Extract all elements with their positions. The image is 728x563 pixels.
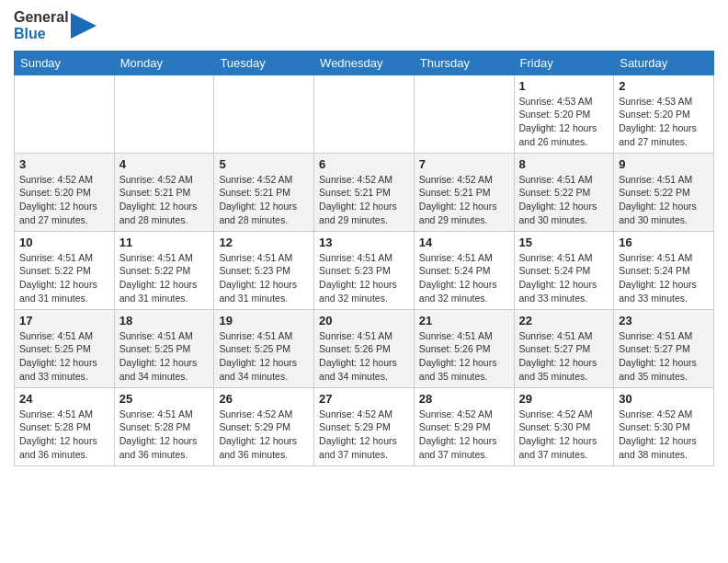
- day-info: Sunrise: 4:52 AMSunset: 5:30 PMDaylight:…: [619, 408, 709, 462]
- day-info: Sunrise: 4:52 AMSunset: 5:29 PMDaylight:…: [419, 408, 509, 462]
- day-number: 22: [519, 314, 609, 327]
- calendar-cell: [114, 75, 214, 153]
- day-number: 24: [19, 392, 109, 406]
- day-number: 26: [219, 392, 309, 406]
- day-number: 1: [519, 79, 609, 93]
- day-info: Sunrise: 4:51 AMSunset: 5:24 PMDaylight:…: [419, 251, 509, 305]
- day-info: Sunrise: 4:51 AMSunset: 5:22 PMDaylight:…: [519, 173, 609, 227]
- calendar-cell: 29Sunrise: 4:52 AMSunset: 5:30 PMDayligh…: [514, 387, 614, 465]
- day-info: Sunrise: 4:51 AMSunset: 5:27 PMDaylight:…: [519, 329, 609, 384]
- week-row-4: 24Sunrise: 4:51 AMSunset: 5:28 PMDayligh…: [15, 387, 714, 465]
- day-info: Sunrise: 4:52 AMSunset: 5:29 PMDaylight:…: [319, 408, 409, 462]
- logo-blue: Blue: [14, 26, 69, 42]
- day-number: 7: [419, 157, 509, 171]
- calendar-cell: 18Sunrise: 4:51 AMSunset: 5:25 PMDayligh…: [114, 309, 214, 387]
- logo-general: General: [14, 9, 69, 26]
- day-number: 14: [419, 236, 509, 249]
- day-number: 12: [219, 236, 309, 249]
- svg-marker-0: [71, 13, 97, 39]
- logo-triangle-icon: [71, 9, 97, 42]
- day-info: Sunrise: 4:51 AMSunset: 5:23 PMDaylight:…: [319, 251, 409, 305]
- day-number: 17: [19, 314, 109, 327]
- calendar-cell: 19Sunrise: 4:51 AMSunset: 5:25 PMDayligh…: [214, 309, 314, 387]
- calendar-cell: 17Sunrise: 4:51 AMSunset: 5:25 PMDayligh…: [15, 309, 115, 387]
- calendar-cell: 22Sunrise: 4:51 AMSunset: 5:27 PMDayligh…: [514, 309, 614, 387]
- day-info: Sunrise: 4:52 AMSunset: 5:21 PMDaylight:…: [219, 173, 309, 227]
- day-number: 16: [619, 236, 709, 249]
- calendar-cell: 8Sunrise: 4:51 AMSunset: 5:22 PMDaylight…: [514, 153, 614, 231]
- day-info: Sunrise: 4:51 AMSunset: 5:22 PMDaylight:…: [119, 251, 210, 305]
- day-info: Sunrise: 4:53 AMSunset: 5:20 PMDaylight:…: [519, 95, 609, 149]
- calendar-cell: [414, 75, 514, 153]
- day-number: 9: [619, 157, 709, 171]
- day-number: 8: [519, 157, 609, 171]
- day-number: 15: [519, 236, 609, 249]
- calendar-cell: 9Sunrise: 4:51 AMSunset: 5:22 PMDaylight…: [614, 153, 714, 231]
- day-number: 3: [19, 157, 109, 171]
- day-number: 19: [219, 314, 309, 327]
- day-info: Sunrise: 4:51 AMSunset: 5:24 PMDaylight:…: [519, 251, 609, 305]
- weekday-header-wednesday: Wednesday: [314, 51, 415, 75]
- day-info: Sunrise: 4:51 AMSunset: 5:22 PMDaylight:…: [19, 251, 109, 305]
- calendar-cell: 7Sunrise: 4:52 AMSunset: 5:21 PMDaylight…: [414, 153, 514, 231]
- day-info: Sunrise: 4:52 AMSunset: 5:21 PMDaylight:…: [319, 173, 409, 227]
- day-number: 28: [419, 392, 509, 406]
- logo: General Blue: [14, 9, 97, 43]
- day-info: Sunrise: 4:51 AMSunset: 5:23 PMDaylight:…: [219, 251, 309, 305]
- logo-area: General Blue: [14, 9, 97, 43]
- calendar-cell: 23Sunrise: 4:51 AMSunset: 5:27 PMDayligh…: [614, 309, 714, 387]
- day-info: Sunrise: 4:51 AMSunset: 5:25 PMDaylight:…: [19, 329, 109, 384]
- day-info: Sunrise: 4:51 AMSunset: 5:25 PMDaylight:…: [219, 329, 309, 384]
- week-row-2: 10Sunrise: 4:51 AMSunset: 5:22 PMDayligh…: [15, 231, 714, 309]
- calendar-cell: 13Sunrise: 4:51 AMSunset: 5:23 PMDayligh…: [314, 231, 415, 309]
- day-info: Sunrise: 4:51 AMSunset: 5:27 PMDaylight:…: [619, 329, 709, 384]
- day-info: Sunrise: 4:52 AMSunset: 5:21 PMDaylight:…: [419, 173, 509, 227]
- day-number: 23: [619, 314, 709, 327]
- weekday-header-tuesday: Tuesday: [214, 51, 314, 75]
- calendar-page: General Blue SundayMondayTuesdayWednesda…: [0, 0, 728, 480]
- day-number: 21: [419, 314, 509, 327]
- calendar-cell: 5Sunrise: 4:52 AMSunset: 5:21 PMDaylight…: [214, 153, 314, 231]
- day-number: 5: [219, 157, 309, 171]
- day-number: 29: [519, 392, 609, 406]
- calendar-cell: 27Sunrise: 4:52 AMSunset: 5:29 PMDayligh…: [314, 387, 415, 465]
- calendar-cell: 28Sunrise: 4:52 AMSunset: 5:29 PMDayligh…: [414, 387, 514, 465]
- calendar-cell: [314, 75, 415, 153]
- day-number: 10: [19, 236, 109, 249]
- day-number: 25: [119, 392, 210, 406]
- day-number: 4: [119, 157, 210, 171]
- calendar-cell: [15, 75, 115, 153]
- day-number: 18: [119, 314, 210, 327]
- day-info: Sunrise: 4:51 AMSunset: 5:26 PMDaylight:…: [319, 329, 409, 384]
- week-row-1: 3Sunrise: 4:52 AMSunset: 5:20 PMDaylight…: [15, 153, 714, 231]
- calendar-table: SundayMondayTuesdayWednesdayThursdayFrid…: [14, 51, 714, 466]
- weekday-header-thursday: Thursday: [414, 51, 514, 75]
- day-info: Sunrise: 4:51 AMSunset: 5:28 PMDaylight:…: [119, 408, 210, 462]
- day-number: 13: [319, 236, 409, 249]
- week-row-0: 1Sunrise: 4:53 AMSunset: 5:20 PMDaylight…: [15, 75, 714, 153]
- day-number: 6: [319, 157, 409, 171]
- calendar-cell: 26Sunrise: 4:52 AMSunset: 5:29 PMDayligh…: [214, 387, 314, 465]
- day-info: Sunrise: 4:52 AMSunset: 5:30 PMDaylight:…: [519, 408, 609, 462]
- day-number: 30: [619, 392, 709, 406]
- calendar-cell: 11Sunrise: 4:51 AMSunset: 5:22 PMDayligh…: [114, 231, 214, 309]
- weekday-header-sunday: Sunday: [15, 51, 115, 75]
- weekday-header-friday: Friday: [514, 51, 614, 75]
- day-info: Sunrise: 4:52 AMSunset: 5:29 PMDaylight:…: [219, 408, 309, 462]
- day-number: 11: [119, 236, 210, 249]
- weekday-header-monday: Monday: [114, 51, 214, 75]
- calendar-cell: 30Sunrise: 4:52 AMSunset: 5:30 PMDayligh…: [614, 387, 714, 465]
- day-info: Sunrise: 4:51 AMSunset: 5:24 PMDaylight:…: [619, 251, 709, 305]
- calendar-cell: 1Sunrise: 4:53 AMSunset: 5:20 PMDaylight…: [514, 75, 614, 153]
- day-info: Sunrise: 4:51 AMSunset: 5:25 PMDaylight:…: [119, 329, 210, 384]
- calendar-cell: 20Sunrise: 4:51 AMSunset: 5:26 PMDayligh…: [314, 309, 415, 387]
- calendar-cell: 25Sunrise: 4:51 AMSunset: 5:28 PMDayligh…: [114, 387, 214, 465]
- day-number: 27: [319, 392, 409, 406]
- weekday-header-row: SundayMondayTuesdayWednesdayThursdayFrid…: [15, 51, 714, 75]
- day-info: Sunrise: 4:51 AMSunset: 5:28 PMDaylight:…: [19, 408, 109, 462]
- weekday-header-saturday: Saturday: [614, 51, 714, 75]
- day-info: Sunrise: 4:52 AMSunset: 5:20 PMDaylight:…: [19, 173, 109, 227]
- calendar-cell: 3Sunrise: 4:52 AMSunset: 5:20 PMDaylight…: [15, 153, 115, 231]
- day-number: 20: [319, 314, 409, 327]
- calendar-cell: 14Sunrise: 4:51 AMSunset: 5:24 PMDayligh…: [414, 231, 514, 309]
